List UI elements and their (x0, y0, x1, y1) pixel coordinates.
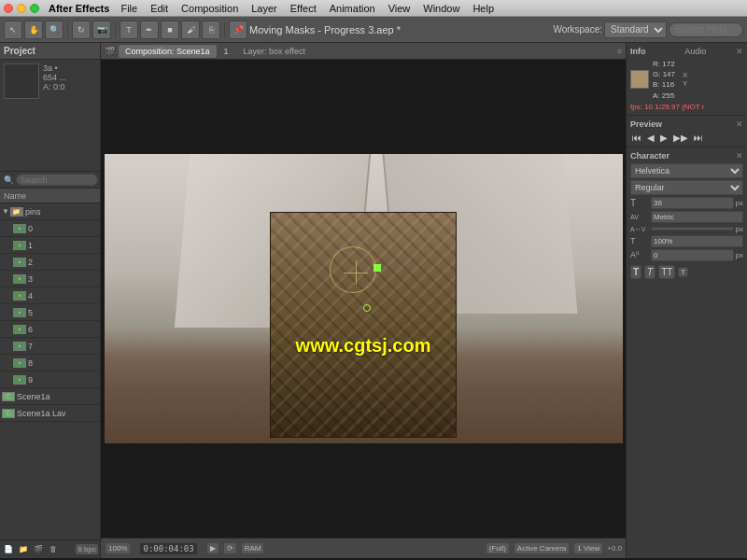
playback-btn[interactable]: ▶ (206, 542, 219, 554)
traffic-lights (4, 4, 39, 13)
search-input[interactable] (669, 22, 743, 37)
prev-last-btn[interactable]: ⏭ (692, 133, 705, 143)
info-panel: Info Audio ✕ R: 172 G: 147 B: 116 A: 255… (627, 43, 747, 116)
puppet-tool[interactable]: 📌 (229, 21, 247, 39)
pen-tool[interactable]: ✒ (140, 21, 159, 39)
prev-play-btn[interactable]: ▶ (658, 133, 669, 143)
minimize-button[interactable] (17, 4, 26, 13)
comp-menu-icon[interactable]: ≡ (617, 47, 622, 56)
folder-label: pins (25, 207, 41, 217)
text-tool[interactable]: T (120, 21, 138, 39)
comp-header: 🎬 Composition: Scene1a 1 Layer: box effe… (101, 43, 626, 60)
preview-close-icon[interactable]: ✕ (736, 119, 743, 129)
camera-tool[interactable]: 📷 (92, 21, 111, 39)
clone-tool[interactable]: ⎘ (202, 21, 220, 39)
g-value: 147 (663, 70, 675, 78)
new-folder-icon[interactable]: 📁 (17, 543, 30, 556)
zoom-dropdown[interactable]: 100% (105, 542, 131, 554)
font-select[interactable]: Helvetica (630, 163, 743, 178)
shape-tool[interactable]: ■ (161, 21, 179, 39)
layer-3[interactable]: ▪ 3 (0, 271, 100, 287)
prev-fwd-btn[interactable]: ▶▶ (671, 133, 690, 143)
delete-icon[interactable]: 🗑 (47, 543, 60, 556)
baseline-unit: px (736, 251, 743, 259)
left-panel: Project 3a • 654 ... A: 0:0 🔍 Name ▼ 📁 p… (0, 43, 101, 558)
baseline-value[interactable]: 0 (651, 249, 734, 261)
workspace-select[interactable]: Standard (604, 21, 667, 38)
tool-separator-2 (115, 21, 116, 38)
view-menu[interactable]: View (383, 3, 416, 14)
project-search-input[interactable] (16, 174, 98, 186)
scale-value[interactable]: 100% (651, 235, 743, 247)
brush-tool[interactable]: 🖌 (181, 21, 200, 39)
help-menu[interactable]: Help (467, 3, 500, 14)
tracking-px-unit: px (736, 225, 743, 233)
layer-icon-3: ▪ (13, 274, 26, 284)
viewport-canvas[interactable]: www.cgtsj.com (105, 154, 623, 443)
prev-back-btn[interactable]: ◀ (645, 133, 656, 143)
fps-info: fps: 10 1/29.97 (NOT r (630, 103, 743, 111)
layer-4[interactable]: ▪ 4 (0, 287, 100, 304)
small-caps-btn[interactable]: T (678, 267, 687, 277)
edit-menu[interactable]: Edit (145, 3, 174, 14)
info-close-icon[interactable]: ✕ (736, 47, 743, 56)
layer-0[interactable]: ▪ 0 (0, 220, 100, 237)
comp-scene1a-lav[interactable]: C Scene1a Lav (0, 405, 100, 422)
layer-5[interactable]: ▪ 5 (0, 304, 100, 321)
character-close-icon[interactable]: ✕ (736, 151, 743, 161)
layer-menu[interactable]: Layer (246, 3, 283, 14)
layer-1[interactable]: ▪ 1 (0, 237, 100, 254)
layer-7[interactable]: ▪ 7 (0, 338, 100, 355)
italic-btn[interactable]: T (644, 265, 655, 279)
animation-menu[interactable]: Animation (324, 3, 381, 14)
select-tool[interactable]: ↖ (4, 21, 22, 39)
viewport-timecode[interactable]: 0:00:04:03 (139, 542, 197, 555)
tracking-type-value[interactable]: Metric (651, 211, 743, 223)
new-item-icon[interactable]: 📄 (2, 543, 15, 556)
caps-btn[interactable]: TT (658, 265, 675, 279)
rotate-tool[interactable]: ↻ (72, 21, 91, 39)
comp-label-scene1a-lav: Scene1a Lav (17, 409, 66, 418)
hand-tool[interactable]: ✋ (24, 21, 43, 39)
app-menu[interactable]: After Effects (49, 3, 109, 14)
scale-icon: T (630, 236, 649, 245)
comp-tab[interactable]: Composition: Scene1a (119, 45, 217, 58)
file-menu[interactable]: File (115, 3, 143, 14)
camera-dropdown[interactable]: Active Camera (514, 542, 570, 554)
layer-label: Layer: box effect (244, 47, 305, 56)
composition-menu[interactable]: Composition (176, 3, 244, 14)
layer-9[interactable]: ▪ 9 (0, 371, 100, 388)
loop-btn[interactable]: ⟳ (223, 542, 237, 554)
new-comp-icon[interactable]: 🎬 (32, 543, 45, 556)
font-size-value[interactable]: 36 (651, 197, 734, 209)
close-button[interactable] (4, 4, 13, 13)
layer-6[interactable]: ▪ 6 (0, 321, 100, 338)
size-row: T 36 px (630, 197, 743, 209)
window-menu[interactable]: Window (417, 3, 465, 14)
prev-first-btn[interactable]: ⏮ (630, 133, 643, 143)
folder-pins[interactable]: ▼ 📁 pins (0, 203, 100, 220)
comp-label-scene1a: Scene1a (17, 392, 50, 401)
audio-tab[interactable]: Audio (684, 47, 706, 56)
folder-arrow: ▼ (2, 207, 9, 216)
style-select[interactable]: Regular (630, 180, 743, 195)
zoom-tool[interactable]: 🔍 (45, 21, 63, 39)
preview-panel: Preview ✕ ⏮ ◀ ▶ ▶▶ ⏭ (627, 116, 747, 147)
tracking-px-value[interactable] (651, 227, 734, 231)
layer-name-3: 3 (28, 274, 33, 284)
menu-bar: After Effects File Edit Composition Laye… (0, 0, 747, 17)
maximize-button[interactable] (30, 4, 39, 13)
title-spacer: Moving Masks - Progress 3.aep * (249, 24, 547, 35)
layer-2[interactable]: ▪ 2 (0, 254, 100, 271)
effect-menu[interactable]: Effect (285, 3, 322, 14)
quality-dropdown[interactable]: (Full) (486, 542, 510, 554)
project-thumbnail[interactable] (4, 63, 39, 99)
project-search: 🔍 (0, 172, 100, 189)
bold-btn[interactable]: T (630, 265, 641, 279)
comp-scene1a[interactable]: C Scene1a (0, 388, 100, 405)
layer-8[interactable]: ▪ 8 (0, 355, 100, 371)
ram-btn[interactable]: RAM (241, 542, 265, 554)
view-count-dropdown[interactable]: 1 View (573, 542, 603, 554)
layer-icon-7: ▪ (13, 342, 26, 351)
tool-separator-1 (67, 21, 68, 38)
